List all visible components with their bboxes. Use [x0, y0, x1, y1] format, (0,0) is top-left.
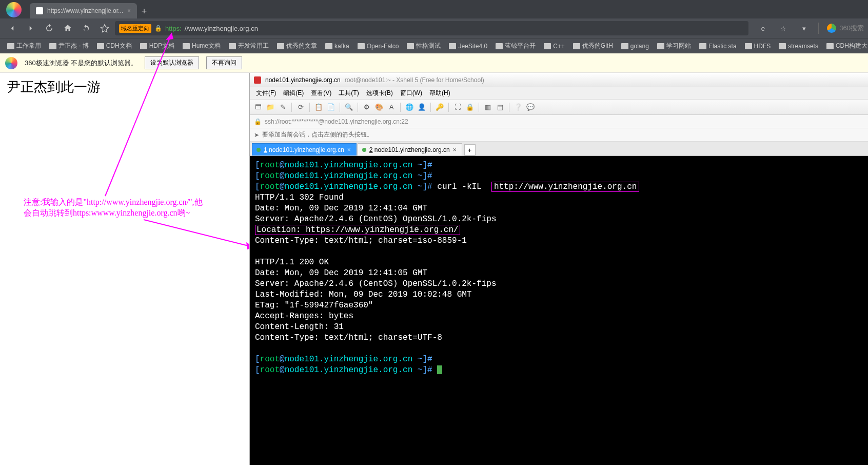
bookmark-item[interactable]: HDP文档: [137, 41, 177, 51]
arrow-icon: [144, 217, 262, 258]
dont-ask-button[interactable]: 不再询问: [206, 56, 242, 69]
bookmark-item[interactable]: 优秀的文章: [274, 41, 320, 51]
redirect-tag: 域名重定向: [119, 24, 151, 33]
help-icon[interactable]: ❔: [513, 102, 523, 112]
menu-item[interactable]: 文件(F): [253, 88, 279, 99]
paste-icon[interactable]: 📄: [326, 102, 336, 112]
copy-icon[interactable]: 📋: [313, 102, 324, 112]
bookmark-item[interactable]: 优秀的GitH: [570, 41, 616, 51]
bookmark-item[interactable]: 工作常用: [4, 41, 44, 51]
xshell-tabs: 1 node101.yinzhengjie.org.cn×2 node101.y…: [250, 142, 868, 156]
find-icon[interactable]: 🔍: [344, 102, 354, 112]
session-tab[interactable]: 1 node101.yinzhengjie.org.cn×: [252, 143, 357, 156]
bookmark-item[interactable]: HDFS: [742, 42, 774, 51]
key-icon[interactable]: 🔑: [435, 102, 445, 112]
open-icon[interactable]: 📁: [265, 102, 275, 112]
undo-button[interactable]: [78, 20, 94, 36]
xshell-address-bar[interactable]: 🔒 ssh://root:***********@node101.yinzhen…: [250, 115, 868, 128]
new-tab-button[interactable]: +: [137, 4, 151, 18]
xshell-title-main: node101.yinzhengjie.org.cn: [265, 76, 341, 84]
color-icon[interactable]: 🎨: [374, 102, 384, 112]
bookmark-item[interactable]: golang: [618, 42, 652, 51]
back-button[interactable]: [4, 20, 21, 36]
bookmark-item[interactable]: 开发常用工: [226, 41, 272, 51]
menu-item[interactable]: 选项卡(B): [363, 88, 396, 99]
edit-icon[interactable]: ✎: [278, 102, 288, 112]
folder-icon: [277, 43, 284, 49]
folder-icon: [449, 43, 456, 49]
folder-icon: [621, 43, 628, 49]
status-dot-icon: [257, 148, 261, 152]
font-icon[interactable]: A: [386, 102, 397, 112]
bookmark-item[interactable]: JeeSite4.0: [446, 42, 490, 51]
menu-item[interactable]: 帮助(H): [426, 88, 453, 99]
menu-item[interactable]: 编辑(E): [280, 88, 307, 99]
tab-strip: https://www.yinzhengjie.or... × +: [0, 0, 868, 18]
globe-icon[interactable]: 🌐: [404, 102, 415, 112]
tab-close-icon[interactable]: ×: [127, 7, 131, 14]
bookmark-item[interactable]: CDH文档: [94, 41, 135, 51]
terminal[interactable]: [root@node101.yinzhengjie.org.cn ~]# [ro…: [250, 156, 868, 465]
xshell-titlebar[interactable]: node101.yinzhengjie.org.cn root@node101:…: [250, 73, 868, 87]
folder-icon: [826, 43, 834, 49]
lock-icon[interactable]: 🔒: [465, 102, 475, 112]
xshell-toolbar: 🗔 📁 ✎ ⟳ 📋 📄 🔍 ⚙ 🎨 A 🌐 👤 🔑 ⛶ 🔒 ▥ ▤: [250, 100, 868, 115]
address-row: 域名重定向 🔒 https://www.yinzhengjie.org.cn e…: [0, 18, 868, 38]
addr-right-icons: e ☆ ▾: [751, 20, 816, 36]
folder-icon: [183, 43, 190, 49]
user-icon[interactable]: 👤: [417, 102, 427, 112]
bookmark-item[interactable]: kafka: [322, 42, 352, 51]
reconnect-icon[interactable]: ⟳: [295, 102, 306, 112]
browser-tab[interactable]: https://www.yinzhengjie.or... ×: [30, 3, 137, 18]
favicon-icon: [36, 7, 43, 14]
browser-chrome: https://www.yinzhengjie.or... × + 域名重定向 …: [0, 0, 868, 53]
bookmark-item[interactable]: C++: [541, 42, 568, 51]
reload-button[interactable]: [41, 20, 57, 36]
menu-item[interactable]: 查看(V): [308, 88, 334, 99]
xshell-menubar: 文件(F)编辑(E)查看(V)工具(T)选项卡(B)窗口(W)帮助(H): [250, 87, 868, 100]
search-box[interactable]: 360搜索: [827, 24, 864, 33]
chat-icon[interactable]: 💬: [525, 102, 536, 112]
xshell-window: node101.yinzhengjie.org.cn root@node101:…: [249, 73, 868, 465]
menu-item[interactable]: 窗口(W): [397, 88, 425, 99]
svg-line-2: [144, 220, 254, 247]
home-button[interactable]: [60, 20, 76, 36]
address-bar[interactable]: 域名重定向 🔒 https://www.yinzhengjie.org.cn: [115, 21, 748, 35]
dropdown-icon[interactable]: ▾: [796, 20, 812, 36]
compat-icon[interactable]: e: [755, 20, 771, 36]
folder-icon: [229, 43, 236, 49]
menu-item[interactable]: 工具(T): [336, 88, 362, 99]
search-placeholder: 360搜索: [839, 24, 864, 33]
bookmark-item[interactable]: 学习网站: [654, 41, 694, 51]
bookmark-item[interactable]: Elastic sta: [696, 42, 740, 51]
browser-logo-icon[interactable]: [6, 2, 22, 17]
tile-v-icon[interactable]: ▤: [495, 102, 505, 112]
bookmarks-bar: 工作常用尹正杰 - 博CDH文档HDP文档Hume文档开发常用工优秀的文章kaf…: [0, 38, 868, 53]
folder-icon: [358, 43, 365, 49]
set-default-button[interactable]: 设为默认浏览器: [145, 56, 199, 69]
star-button[interactable]: [96, 20, 113, 36]
bookmark-item[interactable]: Open-Falco: [354, 42, 402, 51]
bookmark-item[interactable]: 尹正杰 - 博: [46, 41, 92, 51]
folder-icon: [407, 43, 414, 49]
new-session-icon[interactable]: 🗔: [253, 102, 263, 112]
tab-close-icon[interactable]: ×: [347, 146, 351, 153]
bookmark-item[interactable]: Hume文档: [180, 41, 224, 51]
fullscreen-icon[interactable]: ⛶: [452, 102, 463, 112]
tab-close-icon[interactable]: ×: [453, 146, 457, 153]
bookmark-item[interactable]: 性格测试: [404, 41, 444, 51]
bookmark-item[interactable]: streamsets: [776, 42, 821, 51]
folder-icon: [97, 43, 104, 49]
bookmark-icon[interactable]: ☆: [775, 20, 792, 36]
folder-icon: [657, 43, 664, 49]
page-content: 尹正杰到此一游 注意:我输入的是"http://www.yinzhengjie.…: [0, 73, 868, 465]
new-session-tab[interactable]: +: [464, 144, 476, 156]
lock-icon: 🔒: [254, 118, 262, 125]
forward-button[interactable]: [23, 20, 39, 36]
bookmark-item[interactable]: CDH构建大: [823, 41, 868, 51]
tile-h-icon[interactable]: ▥: [483, 102, 493, 112]
properties-icon[interactable]: ⚙: [362, 102, 372, 112]
bookmark-item[interactable]: 蓝鲸平台开: [492, 41, 539, 51]
session-tab[interactable]: 2 node101.yinzhengjie.org.cn×: [358, 143, 462, 156]
search-engine-icon: [827, 24, 836, 33]
